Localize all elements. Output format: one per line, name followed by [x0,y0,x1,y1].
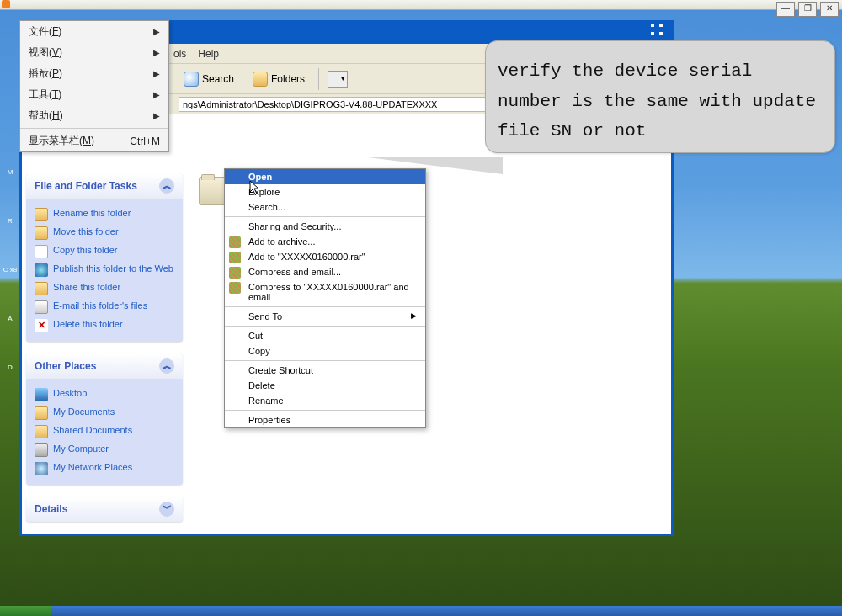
task-rename-folder[interactable]: Rename this folder [35,205,174,224]
minimize-button[interactable]: — [776,2,795,17]
ctx-separator [225,306,425,307]
taskgroup-title: Other Places [35,360,96,372]
toolbar-search-label: Search [202,73,234,85]
toolbar-views-button[interactable] [328,71,348,88]
submenu-arrow-icon: ▶ [153,27,160,36]
desktop-icon[interactable]: C x8 [2,266,19,289]
submenu-arrow-icon: ▶ [153,111,160,120]
window-menu-icon[interactable] [651,24,666,39]
menu-view[interactable]: 视图(V) ▶ [20,42,168,63]
submenu-arrow-icon: ▶ [153,48,160,57]
desktop-icon [35,388,48,401]
ctx-create-shortcut[interactable]: Create Shortcut [225,363,425,378]
task-publish-folder[interactable]: Publish this folder to the Web [35,261,174,279]
submenu-arrow-icon: ▶ [153,69,160,78]
ctx-add-archive[interactable]: Add to archive... [225,234,425,249]
ctx-add-to-rar[interactable]: Add to "XXXXX0160000.rar" [225,249,425,264]
network-icon [35,462,48,475]
task-email-folder[interactable]: E-mail this folder's files [35,298,174,316]
place-my-documents[interactable]: My Documents [35,404,174,422]
email-icon [35,300,48,314]
chevron-up-icon: ︽ [159,358,174,374]
desktop-icons-strip: M R C x8 A D [2,168,19,412]
start-button[interactable] [0,606,51,616]
delete-icon: ✕ [35,319,48,332]
rename-icon [35,208,48,221]
close-button[interactable]: ✕ [820,2,839,17]
shared-icon [35,425,48,438]
toolbar-folders-label: Folders [271,73,305,85]
ctx-compress-email[interactable]: Compress and email... [225,264,425,279]
chevron-down-icon: ︾ [159,502,174,517]
ctx-properties[interactable]: Properties [225,412,425,427]
menu-show-menubar[interactable]: 显示菜单栏(M) Ctrl+M [20,130,168,151]
folder-context-menu: Open Explore Search... Sharing and Secur… [224,168,426,428]
toolbar-search-button[interactable]: Search [179,69,239,89]
ctx-separator [225,326,425,327]
folders-icon [253,72,268,87]
task-move-folder[interactable]: Move this folder [35,224,174,242]
share-icon [35,282,48,295]
ctx-cut[interactable]: Cut [225,328,425,343]
desktop-icon[interactable]: D [2,364,19,387]
taskgroup-other-places: Other Places ︽ Desktop My Documents Shar… [26,353,183,485]
menu-tools[interactable]: ols [173,48,186,60]
ctx-send-to[interactable]: Send To▶ [225,309,425,324]
documents-icon [35,406,48,420]
place-shared-documents[interactable]: Shared Documents [35,422,174,441]
ctx-copy[interactable]: Copy [225,343,425,358]
player-system-buttons: — ❐ ✕ [776,2,839,17]
taskgroup-file-folder: File and Folder Tasks ︽ Rename this fold… [26,173,183,342]
ctx-delete[interactable]: Delete [225,378,425,393]
task-delete-folder[interactable]: ✕Delete this folder [35,316,174,335]
toolbar-separator [318,68,319,90]
desktop-icon[interactable]: M [2,168,19,192]
maximize-button[interactable]: ❐ [798,2,817,17]
windows-taskbar[interactable] [0,606,842,616]
place-desktop[interactable]: Desktop [35,385,174,404]
taskgroup-header[interactable]: File and Folder Tasks ︽ [26,173,183,199]
mouse-cursor-icon [249,180,261,195]
submenu-arrow-icon: ▶ [411,311,417,321]
menu-tools[interactable]: 工具(T) ▶ [20,84,168,105]
ctx-search[interactable]: Search... [225,199,425,215]
submenu-arrow-icon: ▶ [153,90,160,99]
desktop-icon[interactable]: R [2,217,19,241]
ctx-separator [225,360,425,361]
player-app-menu: 文件(F) ▶ 视图(V) ▶ 播放(P) ▶ 工具(T) ▶ 帮助(H) ▶ … [19,20,169,152]
player-app-icon [2,0,10,8]
place-my-computer[interactable]: My Computer [35,441,174,459]
ctx-separator [225,410,425,411]
taskgroup-header[interactable]: Other Places ︽ [26,353,183,379]
taskgroup-title: File and Folder Tasks [35,180,137,192]
taskgroup-details: Details ︾ [26,497,183,522]
copy-icon [35,245,48,258]
menu-help[interactable]: Help [198,48,219,60]
menu-separator [20,128,168,129]
menu-help[interactable]: 帮助(H) ▶ [20,105,168,126]
search-icon [184,72,199,87]
toolbar-folders-button[interactable]: Folders [248,69,310,89]
annotation-callout: verify the device serial number is the s… [485,40,835,153]
explorer-taskpane: File and Folder Tasks ︽ Rename this fold… [26,173,183,534]
menu-file[interactable]: 文件(F) ▶ [20,21,168,42]
task-copy-folder[interactable]: Copy this folder [35,242,174,261]
menu-play[interactable]: 播放(P) ▶ [20,63,168,84]
chevron-up-icon: ︽ [159,178,174,194]
move-icon [35,226,48,240]
desktop-icon[interactable]: A [2,315,19,338]
menu-shortcut: Ctrl+M [130,135,160,147]
ctx-compress-to-email[interactable]: Compress to "XXXXX0160000.rar" and email [225,279,425,305]
ctx-separator [225,216,425,217]
place-network-places[interactable]: My Network Places [35,459,174,478]
task-share-folder[interactable]: Share this folder [35,279,174,298]
publish-icon [35,263,48,277]
player-titlebar [0,0,842,10]
computer-icon [35,443,48,457]
taskgroup-header[interactable]: Details ︾ [26,497,183,522]
ctx-rename[interactable]: Rename [225,393,425,408]
taskgroup-title: Details [35,503,67,515]
ctx-sharing[interactable]: Sharing and Security... [225,219,425,234]
